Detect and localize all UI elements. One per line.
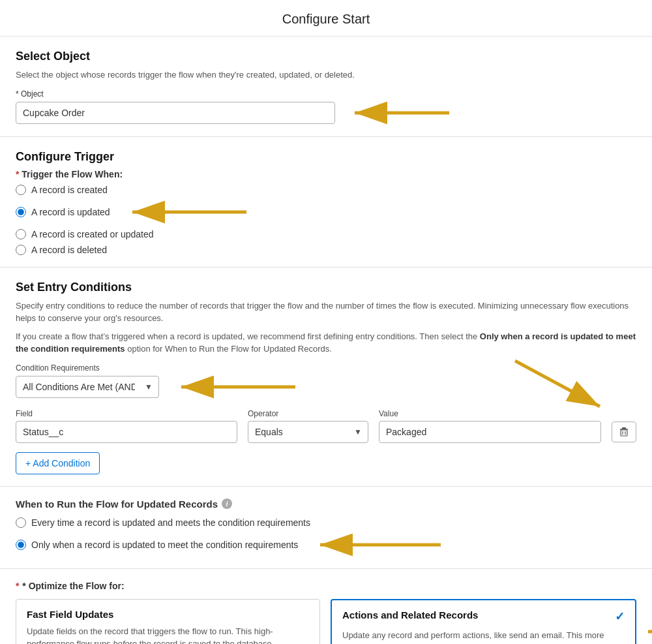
radio-deleted[interactable]: [16, 245, 26, 255]
svg-line-7: [515, 361, 600, 406]
add-condition-button[interactable]: + Add Condition: [16, 452, 100, 474]
arrow-condition-req: [175, 375, 299, 399]
radio-item-created[interactable]: A record is created: [16, 185, 636, 195]
when-radio-only-when[interactable]: Only when a record is updated to meet th…: [16, 533, 636, 557]
arrow-when-run: [314, 533, 444, 557]
arrow-value: [509, 354, 626, 413]
when-only-when-label: Only when a record is updated to meet th…: [31, 540, 298, 550]
when-radio-every-time[interactable]: Every time a record is updated and meets…: [16, 517, 636, 528]
optimize-section: * * Optimize the Flow for: Fast Field Up…: [0, 569, 652, 645]
radio-created-updated[interactable]: [16, 229, 26, 239]
fast-field-updates-card[interactable]: Fast Field Updates Update fields on the …: [16, 599, 320, 645]
configure-trigger-title: Configure Trigger: [16, 150, 636, 164]
arrow-actions-card: [642, 620, 652, 643]
selected-checkmark: ✓: [615, 609, 625, 624]
arrow-trigger: [126, 200, 250, 224]
condition-value-input[interactable]: [379, 421, 601, 443]
actions-related-records-body: Update any record and perform actions, l…: [342, 629, 625, 645]
entry-conditions-desc2: If you create a flow that's triggered wh…: [16, 330, 636, 356]
when-radio-group: Every time a record is updated and meets…: [16, 517, 636, 557]
select-object-title: Select Object: [16, 50, 636, 63]
condition-operator-select[interactable]: Equals Not Equal To Contains Does Not Co…: [248, 421, 368, 443]
object-field-label: * Object: [16, 89, 636, 99]
trigger-flow-label: * Trigger the Flow When:: [16, 169, 636, 179]
radio-every-time[interactable]: [16, 517, 26, 528]
actions-related-records-card[interactable]: Actions and Related Records ✓ Update any…: [331, 599, 636, 645]
select-object-desc: Select the object whose records trigger …: [16, 69, 636, 82]
radio-item-created-updated[interactable]: A record is created or updated: [16, 229, 636, 239]
field-header: Field: [16, 409, 237, 418]
radio-only-when[interactable]: [16, 540, 26, 550]
fast-field-updates-body: Update fields on the record that trigger…: [27, 625, 309, 645]
radio-deleted-label: A record is deleted: [31, 245, 107, 255]
entry-conditions-title: Set Entry Conditions: [16, 281, 636, 294]
condition-operator-wrapper: Equals Not Equal To Contains Does Not Co…: [248, 421, 368, 443]
svg-rect-9: [620, 429, 628, 430]
when-every-time-label: Every time a record is updated and meets…: [31, 517, 310, 528]
condition-field-input[interactable]: [16, 421, 237, 443]
radio-created[interactable]: [16, 185, 26, 195]
select-object-section: Select Object Select the object whose re…: [0, 37, 652, 137]
optimize-label: * * Optimize the Flow for:: [16, 581, 636, 591]
actions-related-records-title: Actions and Related Records ✓: [342, 609, 625, 624]
radio-created-label: A record is created: [31, 185, 108, 195]
radio-item-updated[interactable]: A record is updated: [16, 200, 636, 224]
set-entry-conditions-section: Set Entry Conditions Specify entry condi…: [0, 268, 652, 487]
entry-conditions-desc1: Specify entry conditions to reduce the n…: [16, 299, 636, 325]
trigger-radio-group: A record is created A record is updated …: [16, 185, 636, 255]
info-icon: i: [222, 498, 232, 509]
fast-field-updates-title: Fast Field Updates: [27, 609, 309, 620]
configure-trigger-section: Configure Trigger * Trigger the Flow Whe…: [0, 137, 652, 268]
svg-rect-10: [621, 430, 627, 436]
page-title: Configure Start: [0, 0, 652, 37]
condition-requirements-select[interactable]: All Conditions Are Met (AND) Any Conditi…: [16, 376, 159, 398]
optimize-cards: Fast Field Updates Update fields on the …: [16, 599, 636, 645]
when-to-run-section: When to Run the Flow for Updated Records…: [0, 487, 652, 569]
delete-condition-button[interactable]: [612, 422, 636, 442]
trash-icon: [619, 427, 629, 437]
condition-requirements-wrapper: All Conditions Are Met (AND) Any Conditi…: [16, 376, 159, 398]
when-to-run-title: When to Run the Flow for Updated Records…: [16, 498, 636, 510]
svg-rect-8: [622, 427, 626, 429]
condition-row: Equals Not Equal To Contains Does Not Co…: [16, 421, 636, 443]
radio-updated-label: A record is updated: [31, 207, 110, 217]
radio-item-deleted[interactable]: A record is deleted: [16, 245, 636, 255]
radio-created-updated-label: A record is created or updated: [31, 229, 154, 239]
object-input[interactable]: [16, 102, 335, 124]
operator-header: Operator: [248, 409, 368, 418]
arrow-object: [348, 101, 452, 125]
radio-updated[interactable]: [16, 207, 26, 217]
